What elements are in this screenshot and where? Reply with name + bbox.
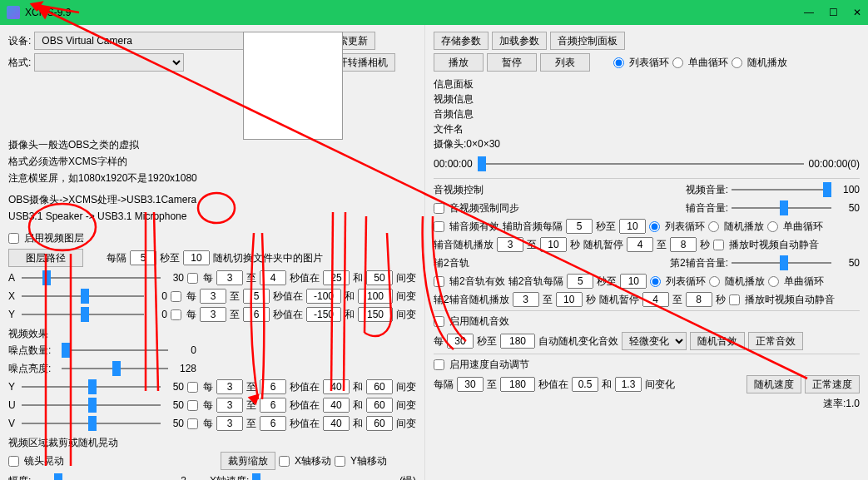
preview-box xyxy=(243,32,343,140)
progress-slider[interactable] xyxy=(478,156,804,171)
info-panel: 信息面板 视频信息 音频信息 文件名 摄像头:0×0×30 xyxy=(434,77,860,151)
video-vol-slider[interactable] xyxy=(732,182,831,197)
crop-zoom-button[interactable]: 裁剪缩放 xyxy=(221,452,275,470)
sfx-preset-select[interactable]: 轻微变化 xyxy=(622,332,687,350)
titlebar: XCMS-9.9 — ☐ ✕ xyxy=(0,0,868,25)
random-sfx-button[interactable]: 随机音效 xyxy=(690,332,745,350)
audio-panel-button[interactable]: 音频控制面板 xyxy=(550,32,625,50)
x-slider[interactable] xyxy=(22,289,144,304)
random-speed-button[interactable]: 随机速度 xyxy=(746,375,801,393)
layer-interval-1[interactable] xyxy=(130,250,156,265)
save-params-button[interactable]: 存储参数 xyxy=(434,32,489,50)
format-select[interactable] xyxy=(34,53,184,72)
list-button[interactable]: 列表 xyxy=(540,53,590,72)
y-slider[interactable] xyxy=(22,307,144,322)
loop-single-radio[interactable] xyxy=(672,57,683,68)
random-play-radio[interactable] xyxy=(732,57,742,68)
layer-path-button[interactable]: 图层路径 xyxy=(8,249,83,267)
tips-text: 摄像头一般选OBS之类的虚拟格式必须选带XCMS字样的注意横竖屏，如1080x1… xyxy=(8,136,416,225)
a-enable[interactable] xyxy=(187,273,198,284)
play-button[interactable]: 播放 xyxy=(434,53,484,72)
minimize-button[interactable]: — xyxy=(804,7,814,18)
normal-sfx-button[interactable]: 正常音效 xyxy=(748,332,803,350)
window-title: XCMS-9.9 xyxy=(25,7,804,18)
layer-interval-2[interactable] xyxy=(183,250,210,265)
load-params-button[interactable]: 加载参数 xyxy=(492,32,547,50)
maximize-button[interactable]: ☐ xyxy=(829,7,838,18)
loop-list-radio[interactable] xyxy=(613,57,624,68)
close-button[interactable]: ✕ xyxy=(853,7,861,18)
enable-layer-checkbox[interactable] xyxy=(8,233,19,244)
pause-button[interactable]: 暂停 xyxy=(487,53,537,72)
normal-speed-button[interactable]: 正常速度 xyxy=(805,375,860,393)
a-slider[interactable] xyxy=(22,270,161,285)
app-icon xyxy=(7,6,20,19)
lens-shake-checkbox[interactable] xyxy=(8,456,19,467)
